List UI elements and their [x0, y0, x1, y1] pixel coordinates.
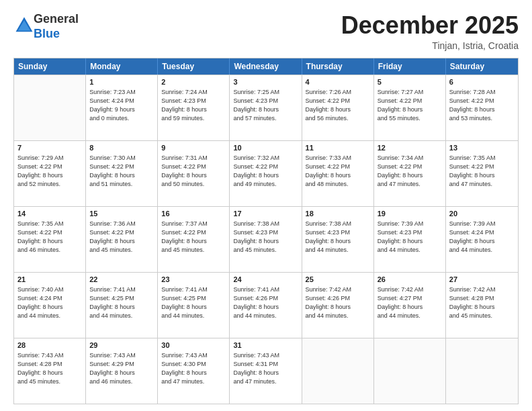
calendar-header: SundayMondayTuesdayWednesdayThursdayFrid…: [14, 58, 518, 75]
logo: General Blue: [13, 12, 79, 41]
calendar-row-1: 1Sunrise: 7:23 AMSunset: 4:24 PMDaylight…: [14, 75, 518, 140]
cell-text: Sunrise: 7:37 AMSunset: 4:22 PMDaylight:…: [161, 220, 226, 255]
day-number: 12: [378, 143, 442, 153]
empty-cell-4-5: [374, 338, 446, 404]
day-number: 21: [17, 275, 82, 285]
day-number: 27: [449, 275, 515, 285]
day-cell-19: 19Sunrise: 7:39 AMSunset: 4:23 PMDayligh…: [374, 207, 446, 272]
cell-text: Sunrise: 7:41 AMSunset: 4:25 PMDaylight:…: [89, 285, 154, 320]
day-cell-31: 31Sunrise: 7:43 AMSunset: 4:31 PMDayligh…: [230, 338, 302, 404]
cell-text: Sunrise: 7:23 AMSunset: 4:24 PMDaylight:…: [89, 88, 154, 123]
header-day-thursday: Thursday: [302, 58, 374, 75]
day-cell-20: 20Sunrise: 7:39 AMSunset: 4:24 PMDayligh…: [446, 207, 518, 272]
day-cell-14: 14Sunrise: 7:35 AMSunset: 4:22 PMDayligh…: [14, 207, 86, 272]
logo-general-text: General: [34, 12, 79, 26]
day-cell-2: 2Sunrise: 7:24 AMSunset: 4:23 PMDaylight…: [158, 75, 230, 140]
cell-text: Sunrise: 7:40 AMSunset: 4:24 PMDaylight:…: [17, 285, 82, 320]
day-cell-27: 27Sunrise: 7:42 AMSunset: 4:28 PMDayligh…: [446, 273, 518, 338]
cell-text: Sunrise: 7:38 AMSunset: 4:23 PMDaylight:…: [306, 220, 370, 255]
day-number: 23: [161, 275, 226, 285]
day-cell-17: 17Sunrise: 7:38 AMSunset: 4:23 PMDayligh…: [230, 207, 302, 272]
header-day-sunday: Sunday: [14, 58, 86, 75]
day-number: 22: [89, 275, 154, 285]
day-cell-13: 13Sunrise: 7:35 AMSunset: 4:22 PMDayligh…: [446, 141, 518, 206]
day-number: 10: [233, 143, 298, 153]
calendar-row-3: 14Sunrise: 7:35 AMSunset: 4:22 PMDayligh…: [14, 206, 518, 272]
day-cell-1: 1Sunrise: 7:23 AMSunset: 4:24 PMDaylight…: [86, 75, 158, 140]
calendar-row-4: 21Sunrise: 7:40 AMSunset: 4:24 PMDayligh…: [14, 272, 518, 338]
day-number: 11: [306, 143, 370, 153]
cell-text: Sunrise: 7:25 AMSunset: 4:23 PMDaylight:…: [233, 88, 298, 123]
header-day-tuesday: Tuesday: [158, 58, 230, 75]
cell-text: Sunrise: 7:39 AMSunset: 4:24 PMDaylight:…: [449, 220, 515, 255]
day-cell-9: 9Sunrise: 7:31 AMSunset: 4:22 PMDaylight…: [158, 141, 230, 206]
day-cell-15: 15Sunrise: 7:36 AMSunset: 4:22 PMDayligh…: [86, 207, 158, 272]
day-number: 14: [17, 209, 82, 219]
day-cell-6: 6Sunrise: 7:28 AMSunset: 4:22 PMDaylight…: [446, 75, 518, 140]
day-number: 20: [449, 209, 515, 219]
day-number: 5: [378, 77, 442, 87]
day-cell-24: 24Sunrise: 7:41 AMSunset: 4:26 PMDayligh…: [230, 273, 302, 338]
day-number: 28: [17, 340, 82, 351]
cell-text: Sunrise: 7:42 AMSunset: 4:28 PMDaylight:…: [449, 285, 515, 320]
cell-text: Sunrise: 7:29 AMSunset: 4:22 PMDaylight:…: [17, 154, 82, 189]
empty-cell-4-4: [302, 338, 374, 404]
day-number: 31: [233, 340, 298, 351]
day-number: 9: [161, 143, 226, 153]
cell-text: Sunrise: 7:43 AMSunset: 4:29 PMDaylight:…: [89, 351, 154, 386]
day-cell-3: 3Sunrise: 7:25 AMSunset: 4:23 PMDaylight…: [230, 75, 302, 140]
month-title: December 2025: [341, 12, 519, 39]
cell-text: Sunrise: 7:31 AMSunset: 4:22 PMDaylight:…: [161, 154, 226, 189]
day-cell-26: 26Sunrise: 7:42 AMSunset: 4:27 PMDayligh…: [374, 273, 446, 338]
cell-text: Sunrise: 7:28 AMSunset: 4:22 PMDaylight:…: [449, 88, 515, 123]
day-number: 25: [306, 275, 370, 285]
day-cell-10: 10Sunrise: 7:32 AMSunset: 4:22 PMDayligh…: [230, 141, 302, 206]
calendar: SundayMondayTuesdayWednesdayThursdayFrid…: [13, 58, 519, 404]
header-day-saturday: Saturday: [446, 58, 518, 75]
day-cell-16: 16Sunrise: 7:37 AMSunset: 4:22 PMDayligh…: [158, 207, 230, 272]
cell-text: Sunrise: 7:33 AMSunset: 4:22 PMDaylight:…: [306, 154, 370, 189]
day-cell-22: 22Sunrise: 7:41 AMSunset: 4:25 PMDayligh…: [86, 273, 158, 338]
day-cell-12: 12Sunrise: 7:34 AMSunset: 4:22 PMDayligh…: [374, 141, 446, 206]
day-number: 29: [89, 340, 154, 351]
header: General Blue December 2025 Tinjan, Istri…: [13, 12, 519, 51]
day-number: 8: [89, 143, 154, 153]
day-number: 6: [449, 77, 515, 87]
cell-text: Sunrise: 7:26 AMSunset: 4:22 PMDaylight:…: [306, 88, 370, 123]
day-number: 2: [161, 77, 226, 87]
cell-text: Sunrise: 7:36 AMSunset: 4:22 PMDaylight:…: [89, 220, 154, 255]
cell-text: Sunrise: 7:39 AMSunset: 4:23 PMDaylight:…: [378, 220, 442, 255]
logo-icon: [15, 16, 34, 35]
day-cell-21: 21Sunrise: 7:40 AMSunset: 4:24 PMDayligh…: [14, 273, 86, 338]
page: General Blue December 2025 Tinjan, Istri…: [0, 0, 532, 411]
calendar-row-2: 7Sunrise: 7:29 AMSunset: 4:22 PMDaylight…: [14, 140, 518, 206]
day-number: 16: [161, 209, 226, 219]
day-number: 13: [449, 143, 515, 153]
day-cell-11: 11Sunrise: 7:33 AMSunset: 4:22 PMDayligh…: [302, 141, 374, 206]
cell-text: Sunrise: 7:43 AMSunset: 4:30 PMDaylight:…: [161, 351, 226, 386]
cell-text: Sunrise: 7:41 AMSunset: 4:26 PMDaylight:…: [233, 285, 298, 320]
cell-text: Sunrise: 7:43 AMSunset: 4:31 PMDaylight:…: [233, 351, 298, 386]
day-cell-7: 7Sunrise: 7:29 AMSunset: 4:22 PMDaylight…: [14, 141, 86, 206]
day-number: 19: [378, 209, 442, 219]
day-cell-28: 28Sunrise: 7:43 AMSunset: 4:28 PMDayligh…: [14, 338, 86, 404]
day-cell-29: 29Sunrise: 7:43 AMSunset: 4:29 PMDayligh…: [86, 338, 158, 404]
day-number: 30: [161, 340, 226, 351]
header-day-monday: Monday: [86, 58, 158, 75]
cell-text: Sunrise: 7:41 AMSunset: 4:25 PMDaylight:…: [161, 285, 226, 320]
cell-text: Sunrise: 7:42 AMSunset: 4:27 PMDaylight:…: [378, 285, 442, 320]
cell-text: Sunrise: 7:24 AMSunset: 4:23 PMDaylight:…: [161, 88, 226, 123]
day-number: 15: [89, 209, 154, 219]
day-cell-18: 18Sunrise: 7:38 AMSunset: 4:23 PMDayligh…: [302, 207, 374, 272]
cell-text: Sunrise: 7:35 AMSunset: 4:22 PMDaylight:…: [17, 220, 82, 255]
location: Tinjan, Istria, Croatia: [341, 40, 519, 51]
day-cell-4: 4Sunrise: 7:26 AMSunset: 4:22 PMDaylight…: [302, 75, 374, 140]
day-number: 17: [233, 209, 298, 219]
day-cell-8: 8Sunrise: 7:30 AMSunset: 4:22 PMDaylight…: [86, 141, 158, 206]
cell-text: Sunrise: 7:42 AMSunset: 4:26 PMDaylight:…: [306, 285, 370, 320]
title-block: December 2025 Tinjan, Istria, Croatia: [341, 12, 519, 51]
header-day-wednesday: Wednesday: [230, 58, 302, 75]
logo-blue-text: Blue: [34, 27, 60, 40]
cell-text: Sunrise: 7:35 AMSunset: 4:22 PMDaylight:…: [449, 154, 515, 189]
day-number: 24: [233, 275, 298, 285]
